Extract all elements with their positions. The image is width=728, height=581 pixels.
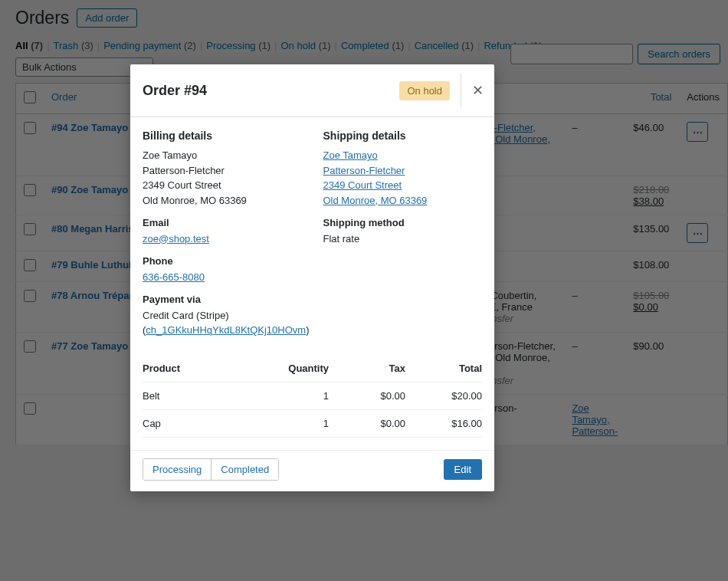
payment-transaction-link[interactable]: ch_1GKkuHHqYkdL8KtQKj10HOvm (146, 324, 306, 336)
billing-heading: Billing details (143, 130, 310, 142)
item-product: Belt (143, 382, 267, 409)
shipping-method-value: Flat rate (323, 233, 360, 245)
item-product: Cap (143, 409, 267, 437)
item-tax: $0.00 (329, 409, 405, 437)
col-quantity: Quantity (267, 355, 329, 382)
modal-title: Order #94 (143, 83, 399, 99)
billing-address: Zoe TamayoPatterson-Fletcher2349 Court S… (143, 148, 310, 208)
status-button-group: Processing Completed (143, 458, 279, 481)
shipping-address: Zoe Tamayo Patterson-Fletcher 2349 Court… (323, 148, 483, 208)
line-items-table: Product Quantity Tax Total Belt1$0.00$20… (143, 355, 482, 438)
shipping-company-link[interactable]: Patterson-Fletcher (323, 165, 405, 176)
col-tax: Tax (329, 355, 405, 382)
mark-processing-button[interactable]: Processing (143, 459, 211, 480)
payment-method: Credit Card (Stripe) (143, 310, 229, 321)
phone-label: Phone (143, 254, 310, 269)
modal-footer: Processing Completed Edit (130, 450, 494, 491)
line-item-row: Cap1$0.00$16.00 (143, 409, 482, 437)
line-item-row: Belt1$0.00$20.00 (143, 382, 482, 409)
close-icon[interactable]: ✕ (461, 74, 494, 107)
shipping-city-link[interactable]: Old Monroe, MO 63369 (323, 195, 428, 206)
order-preview-modal: Order #94 On hold ✕ Billing details Zoe … (130, 64, 494, 491)
mark-completed-button[interactable]: Completed (211, 459, 278, 480)
col-total: Total (405, 355, 482, 382)
phone-link[interactable]: 636-665-8080 (143, 271, 205, 283)
payment-label: Payment via (143, 292, 310, 307)
item-total: $16.00 (405, 409, 482, 437)
col-product: Product (143, 355, 267, 382)
item-total: $20.00 (405, 382, 482, 409)
item-qty: 1 (267, 409, 329, 437)
shipping-heading: Shipping details (323, 130, 483, 142)
item-qty: 1 (267, 382, 329, 409)
item-tax: $0.00 (329, 382, 405, 409)
shipping-name-link[interactable]: Zoe Tamayo (323, 149, 378, 161)
edit-button[interactable]: Edit (444, 459, 482, 480)
modal-status-badge: On hold (399, 81, 450, 100)
modal-header: Order #94 On hold ✕ (130, 64, 494, 117)
email-label: Email (143, 215, 310, 231)
shipping-method-label: Shipping method (323, 215, 483, 231)
shipping-street-link[interactable]: 2349 Court Street (323, 179, 402, 191)
email-link[interactable]: zoe@shop.test (143, 233, 209, 245)
